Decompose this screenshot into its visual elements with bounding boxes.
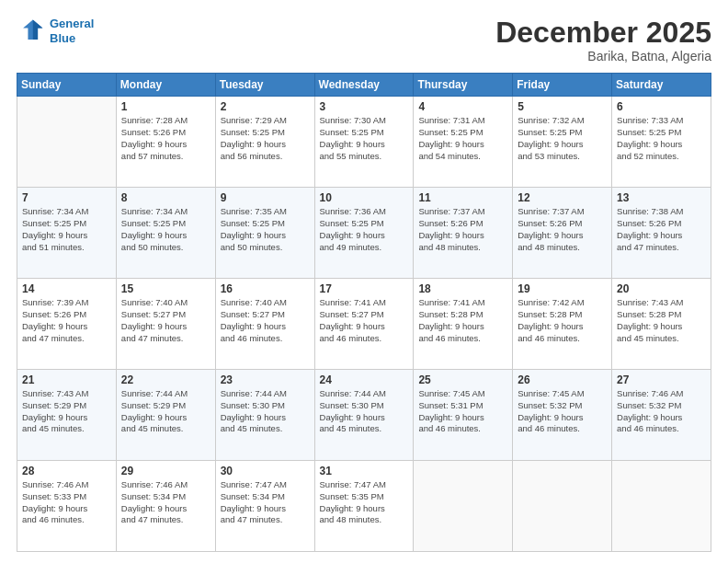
svg-marker-1 <box>33 20 43 40</box>
day-number: 28 <box>22 465 111 477</box>
day-details: Sunrise: 7:38 AMSunset: 5:26 PMDaylight:… <box>617 206 706 253</box>
calendar-cell <box>17 97 117 188</box>
day-details: Sunrise: 7:33 AMSunset: 5:25 PMDaylight:… <box>617 115 706 162</box>
day-details: Sunrise: 7:30 AMSunset: 5:25 PMDaylight:… <box>320 115 409 162</box>
calendar-cell: 6Sunrise: 7:33 AMSunset: 5:25 PMDaylight… <box>612 97 711 188</box>
calendar-cell <box>513 461 612 552</box>
day-details: Sunrise: 7:39 AMSunset: 5:26 PMDaylight:… <box>22 297 111 344</box>
day-number: 6 <box>617 100 706 113</box>
calendar-cell: 1Sunrise: 7:28 AMSunset: 5:26 PMDaylight… <box>116 97 215 188</box>
day-details: Sunrise: 7:32 AMSunset: 5:25 PMDaylight:… <box>518 115 607 162</box>
calendar-header-row: SundayMondayTuesdayWednesdayThursdayFrid… <box>17 74 711 97</box>
day-details: Sunrise: 7:45 AMSunset: 5:31 PMDaylight:… <box>418 388 507 435</box>
day-details: Sunrise: 7:34 AMSunset: 5:25 PMDaylight:… <box>121 206 210 253</box>
calendar-cell: 24Sunrise: 7:44 AMSunset: 5:30 PMDayligh… <box>314 370 414 461</box>
calendar-header-thursday: Thursday <box>414 74 513 97</box>
calendar-cell: 14Sunrise: 7:39 AMSunset: 5:26 PMDayligh… <box>17 279 117 370</box>
calendar-cell: 10Sunrise: 7:36 AMSunset: 5:25 PMDayligh… <box>314 188 414 279</box>
day-details: Sunrise: 7:35 AMSunset: 5:25 PMDaylight:… <box>221 206 310 253</box>
day-number: 10 <box>320 191 409 204</box>
day-details: Sunrise: 7:44 AMSunset: 5:30 PMDaylight:… <box>320 388 409 435</box>
day-details: Sunrise: 7:28 AMSunset: 5:26 PMDaylight:… <box>121 115 210 162</box>
day-number: 19 <box>518 282 607 295</box>
day-details: Sunrise: 7:47 AMSunset: 5:34 PMDaylight:… <box>221 479 310 526</box>
calendar-cell <box>414 461 513 552</box>
day-number: 18 <box>418 282 507 295</box>
day-number: 23 <box>221 373 310 386</box>
calendar-cell: 30Sunrise: 7:47 AMSunset: 5:34 PMDayligh… <box>215 461 314 552</box>
day-details: Sunrise: 7:40 AMSunset: 5:27 PMDaylight:… <box>221 297 310 344</box>
calendar-week-row: 21Sunrise: 7:43 AMSunset: 5:29 PMDayligh… <box>17 370 711 461</box>
calendar-cell: 15Sunrise: 7:40 AMSunset: 5:27 PMDayligh… <box>116 279 215 370</box>
calendar-week-row: 14Sunrise: 7:39 AMSunset: 5:26 PMDayligh… <box>17 279 711 370</box>
day-number: 5 <box>518 100 607 113</box>
day-details: Sunrise: 7:36 AMSunset: 5:25 PMDaylight:… <box>320 206 409 253</box>
day-details: Sunrise: 7:37 AMSunset: 5:26 PMDaylight:… <box>518 206 607 253</box>
title-block: December 2025 Barika, Batna, Algeria <box>495 17 711 63</box>
logo-text: General Blue <box>50 17 94 45</box>
day-number: 16 <box>221 282 310 295</box>
day-details: Sunrise: 7:34 AMSunset: 5:25 PMDaylight:… <box>22 206 111 253</box>
month-title: December 2025 <box>495 17 711 49</box>
calendar-cell: 16Sunrise: 7:40 AMSunset: 5:27 PMDayligh… <box>215 279 314 370</box>
calendar-cell: 12Sunrise: 7:37 AMSunset: 5:26 PMDayligh… <box>513 188 612 279</box>
calendar-cell: 31Sunrise: 7:47 AMSunset: 5:35 PMDayligh… <box>314 461 414 552</box>
day-number: 14 <box>22 282 111 295</box>
day-details: Sunrise: 7:31 AMSunset: 5:25 PMDaylight:… <box>418 115 507 162</box>
calendar-cell: 19Sunrise: 7:42 AMSunset: 5:28 PMDayligh… <box>513 279 612 370</box>
day-number: 20 <box>617 282 706 295</box>
calendar-cell: 27Sunrise: 7:46 AMSunset: 5:32 PMDayligh… <box>612 370 711 461</box>
calendar-header-saturday: Saturday <box>612 74 711 97</box>
day-number: 30 <box>221 465 310 477</box>
day-number: 4 <box>418 100 507 113</box>
day-details: Sunrise: 7:43 AMSunset: 5:29 PMDaylight:… <box>22 388 111 435</box>
location-subtitle: Barika, Batna, Algeria <box>495 49 711 63</box>
calendar-cell: 18Sunrise: 7:41 AMSunset: 5:28 PMDayligh… <box>414 279 513 370</box>
calendar-week-row: 7Sunrise: 7:34 AMSunset: 5:25 PMDaylight… <box>17 188 711 279</box>
day-details: Sunrise: 7:46 AMSunset: 5:32 PMDaylight:… <box>617 388 706 435</box>
day-details: Sunrise: 7:42 AMSunset: 5:28 PMDaylight:… <box>518 297 607 344</box>
day-number: 15 <box>121 282 210 295</box>
day-details: Sunrise: 7:43 AMSunset: 5:28 PMDaylight:… <box>617 297 706 344</box>
logo: General Blue <box>17 17 94 46</box>
day-number: 22 <box>121 373 210 386</box>
logo-blue: Blue <box>50 31 94 46</box>
day-details: Sunrise: 7:44 AMSunset: 5:30 PMDaylight:… <box>221 388 310 435</box>
calendar-cell: 29Sunrise: 7:46 AMSunset: 5:34 PMDayligh… <box>116 461 215 552</box>
calendar-cell: 2Sunrise: 7:29 AMSunset: 5:25 PMDaylight… <box>215 97 314 188</box>
header: General Blue December 2025 Barika, Batna… <box>17 17 711 63</box>
calendar-header-wednesday: Wednesday <box>314 74 414 97</box>
day-details: Sunrise: 7:41 AMSunset: 5:27 PMDaylight:… <box>320 297 409 344</box>
calendar-header-monday: Monday <box>116 74 215 97</box>
day-number: 2 <box>221 100 310 113</box>
calendar-cell: 21Sunrise: 7:43 AMSunset: 5:29 PMDayligh… <box>17 370 117 461</box>
calendar-week-row: 28Sunrise: 7:46 AMSunset: 5:33 PMDayligh… <box>17 461 711 552</box>
day-number: 26 <box>518 373 607 386</box>
day-number: 12 <box>518 191 607 204</box>
day-details: Sunrise: 7:44 AMSunset: 5:29 PMDaylight:… <box>121 388 210 435</box>
day-number: 8 <box>121 191 210 204</box>
page: General Blue December 2025 Barika, Batna… <box>0 0 728 563</box>
day-details: Sunrise: 7:40 AMSunset: 5:27 PMDaylight:… <box>121 297 210 344</box>
calendar-cell <box>612 461 711 552</box>
calendar-header-friday: Friday <box>513 74 612 97</box>
calendar-cell: 11Sunrise: 7:37 AMSunset: 5:26 PMDayligh… <box>414 188 513 279</box>
day-details: Sunrise: 7:45 AMSunset: 5:32 PMDaylight:… <box>518 388 607 435</box>
calendar-cell: 20Sunrise: 7:43 AMSunset: 5:28 PMDayligh… <box>612 279 711 370</box>
calendar-table: SundayMondayTuesdayWednesdayThursdayFrid… <box>17 73 711 552</box>
calendar-cell: 5Sunrise: 7:32 AMSunset: 5:25 PMDaylight… <box>513 97 612 188</box>
day-details: Sunrise: 7:47 AMSunset: 5:35 PMDaylight:… <box>320 479 409 526</box>
calendar-cell: 3Sunrise: 7:30 AMSunset: 5:25 PMDaylight… <box>314 97 414 188</box>
day-number: 29 <box>121 465 210 477</box>
calendar-cell: 4Sunrise: 7:31 AMSunset: 5:25 PMDaylight… <box>414 97 513 188</box>
day-number: 3 <box>320 100 409 113</box>
calendar-cell: 7Sunrise: 7:34 AMSunset: 5:25 PMDaylight… <box>17 188 117 279</box>
calendar-week-row: 1Sunrise: 7:28 AMSunset: 5:26 PMDaylight… <box>17 97 711 188</box>
day-number: 11 <box>418 191 507 204</box>
calendar-cell: 23Sunrise: 7:44 AMSunset: 5:30 PMDayligh… <box>215 370 314 461</box>
calendar-cell: 8Sunrise: 7:34 AMSunset: 5:25 PMDaylight… <box>116 188 215 279</box>
logo-general: General <box>50 17 94 30</box>
day-number: 31 <box>320 465 409 477</box>
day-details: Sunrise: 7:46 AMSunset: 5:33 PMDaylight:… <box>22 479 111 526</box>
day-number: 25 <box>418 373 507 386</box>
